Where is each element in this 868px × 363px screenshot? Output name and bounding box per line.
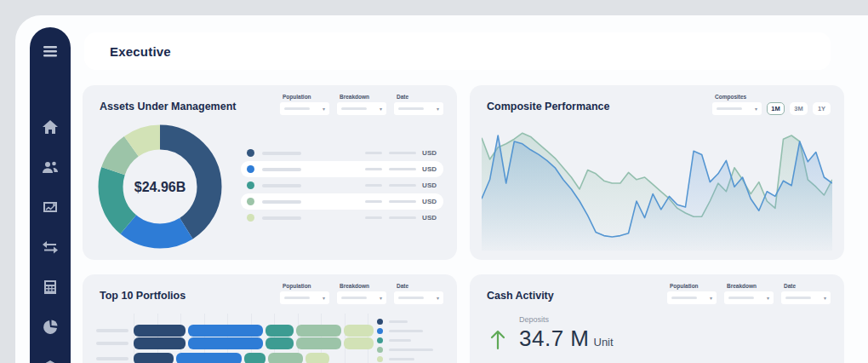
clients-icon[interactable] bbox=[41, 158, 60, 176]
filter-date: Date▾ bbox=[394, 94, 443, 115]
layers-icon[interactable] bbox=[41, 359, 60, 363]
legend-name-placeholder bbox=[389, 358, 414, 360]
legend-value-placeholder bbox=[365, 216, 382, 219]
legend-dot bbox=[247, 149, 254, 157]
bar-segment-5 bbox=[344, 325, 374, 337]
legend-value-placeholder bbox=[389, 216, 416, 219]
performance-chart-icon[interactable] bbox=[41, 199, 60, 216]
transactions-icon[interactable] bbox=[41, 239, 60, 256]
range-button-1m[interactable]: 1M bbox=[767, 102, 785, 115]
cash-filters: Population▾Breakdown▾Date▾ bbox=[667, 283, 831, 304]
aum-legend-row[interactable]: USD bbox=[241, 193, 443, 210]
legend-currency-label: USD bbox=[422, 182, 437, 189]
select-placeholder-bar bbox=[717, 107, 742, 110]
filter-breakdown: Breakdown▾ bbox=[337, 94, 386, 115]
chevron-down-icon: ▾ bbox=[323, 107, 325, 112]
filter-select-population[interactable]: ▾ bbox=[280, 102, 329, 115]
filter-select-breakdown[interactable]: ▾ bbox=[337, 102, 386, 115]
filter-population: Population▾ bbox=[280, 94, 329, 115]
legend-value-placeholder bbox=[389, 200, 416, 203]
chevron-down-icon: ▾ bbox=[710, 296, 712, 301]
legend-dot bbox=[247, 198, 254, 205]
aum-legend: USDUSDUSDUSDUSD bbox=[241, 145, 443, 226]
composite-controls: Composites ▾ 1M3M1Y bbox=[712, 94, 831, 115]
stacked-bar[interactable] bbox=[134, 353, 329, 363]
range-button-3m[interactable]: 3M bbox=[790, 102, 808, 115]
deposits-value: 34.7 M bbox=[519, 326, 590, 352]
legend-value-placeholder bbox=[365, 200, 382, 203]
legend-value-placeholder bbox=[389, 168, 416, 170]
aum-legend-row[interactable]: USD bbox=[241, 210, 443, 226]
select-placeholder-bar bbox=[785, 297, 811, 299]
filter-select-population[interactable]: ▾ bbox=[280, 291, 329, 304]
deposits-label: Deposits bbox=[519, 315, 614, 324]
aum-legend-row[interactable]: USD bbox=[241, 145, 443, 161]
select-placeholder-bar bbox=[284, 297, 310, 299]
select-placeholder-bar bbox=[728, 297, 754, 299]
legend-name-placeholder bbox=[389, 320, 408, 323]
select-placeholder-bar bbox=[341, 107, 367, 110]
filter-select-breakdown[interactable]: ▾ bbox=[724, 291, 774, 304]
bar-segment-1 bbox=[134, 337, 186, 349]
legend-currency-label: USD bbox=[422, 149, 437, 157]
portfolios-legend-item bbox=[377, 347, 433, 353]
filter-label-population: Population bbox=[670, 283, 717, 289]
menu-icon[interactable] bbox=[41, 43, 60, 60]
filter-select-population[interactable]: ▾ bbox=[667, 291, 717, 304]
deposits-unit: Unit bbox=[594, 336, 614, 349]
dashboard-page: Executive Assets Under Management Popula… bbox=[0, 0, 868, 363]
legend-value-placeholder bbox=[389, 152, 416, 154]
filter-breakdown: Breakdown▾ bbox=[724, 283, 774, 304]
filter-population: Population▾ bbox=[280, 283, 329, 304]
card-title-composite: Composite Performance bbox=[487, 101, 609, 112]
legend-dot bbox=[377, 356, 383, 362]
portfolios-legend-item bbox=[377, 328, 433, 334]
aum-filters: Population▾Breakdown▾Date▾ bbox=[280, 94, 443, 115]
filter-select-date[interactable]: ▾ bbox=[394, 291, 443, 304]
composites-select[interactable]: ▾ bbox=[712, 102, 762, 115]
filter-select-date[interactable]: ▾ bbox=[394, 102, 443, 115]
bar-segment-4 bbox=[268, 353, 303, 363]
range-button-1y[interactable]: 1Y bbox=[813, 102, 831, 115]
select-placeholder-bar bbox=[671, 297, 697, 299]
legend-value-placeholder bbox=[365, 184, 382, 187]
legend-dot bbox=[377, 319, 383, 325]
chevron-down-icon: ▾ bbox=[437, 107, 439, 112]
page-title: Executive bbox=[110, 44, 171, 59]
filter-date: Date▾ bbox=[781, 283, 831, 304]
bar-segment-5 bbox=[344, 337, 374, 349]
up-arrow-icon bbox=[488, 328, 507, 350]
stacked-bar[interactable] bbox=[134, 337, 374, 349]
aum-legend-row[interactable]: USD bbox=[241, 161, 443, 177]
legend-currency-label: USD bbox=[422, 214, 437, 222]
filter-label-population: Population bbox=[283, 283, 329, 289]
chevron-down-icon: ▾ bbox=[755, 107, 757, 112]
legend-value-placeholder bbox=[389, 184, 416, 187]
legend-name-placeholder bbox=[262, 152, 301, 155]
bar-segment-2 bbox=[188, 325, 263, 337]
bar-segment-1 bbox=[134, 325, 186, 337]
filter-label-date: Date bbox=[397, 283, 443, 289]
aum-legend-row[interactable]: USD bbox=[241, 177, 443, 193]
composite-performance-card: Composite Performance Composites ▾ 1M3M1… bbox=[470, 85, 844, 260]
chevron-down-icon: ▾ bbox=[323, 296, 325, 301]
filter-population: Population▾ bbox=[667, 283, 717, 304]
card-title-portfolios: Top 10 Portfolios bbox=[100, 290, 186, 302]
legend-name-placeholder bbox=[389, 349, 433, 351]
portfolios-legend-item bbox=[377, 356, 433, 362]
filter-select-date[interactable]: ▾ bbox=[781, 291, 831, 304]
legend-dot bbox=[247, 214, 254, 222]
portfolios-legend-item bbox=[377, 319, 433, 325]
portfolio-name-placeholder bbox=[96, 357, 128, 360]
portfolios-filters: Population▾Breakdown▾Date▾ bbox=[280, 283, 443, 304]
bar-segment-4 bbox=[296, 325, 340, 337]
legend-dot bbox=[377, 347, 383, 353]
filter-select-breakdown[interactable]: ▾ bbox=[337, 291, 386, 304]
composite-area-chart bbox=[482, 123, 832, 256]
bar-segment-1 bbox=[134, 353, 174, 363]
stacked-bar[interactable] bbox=[134, 325, 374, 337]
bar-segment-5 bbox=[306, 353, 329, 363]
allocation-pie-icon[interactable] bbox=[41, 319, 60, 336]
calculator-icon[interactable] bbox=[41, 279, 60, 296]
home-icon[interactable] bbox=[41, 118, 60, 135]
